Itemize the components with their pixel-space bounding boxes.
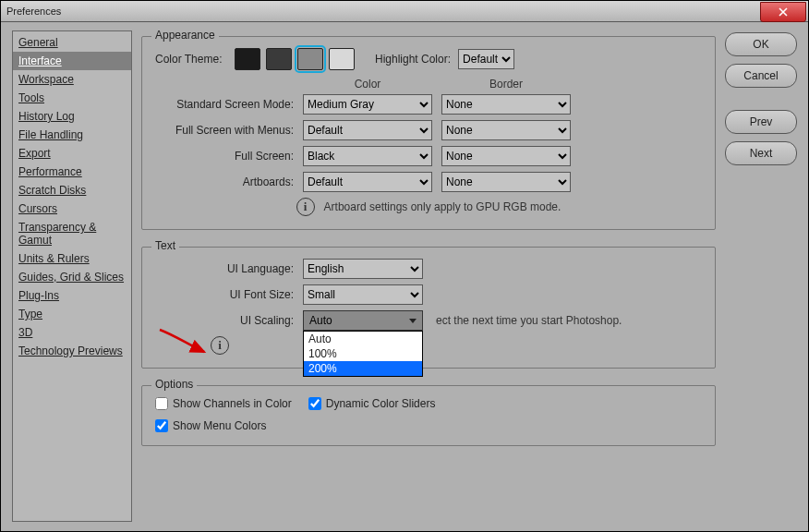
checkbox-label: Dynamic Color Sliders [326, 397, 436, 410]
ui-scaling-dropdown: Auto100%200% [303, 331, 423, 377]
option-show-channels-in-color[interactable]: Show Channels in Color [155, 397, 292, 410]
mode-color-select[interactable]: Default [303, 120, 432, 140]
sidebar-item-scratch-disks[interactable]: Scratch Disks [13, 181, 131, 200]
sidebar-item-tools[interactable]: Tools [13, 89, 131, 107]
window-title: Preferences [6, 6, 61, 17]
sidebar-item-workspace[interactable]: Workspace [13, 70, 131, 89]
title-bar: Preferences [1, 1, 808, 22]
sidebar-item-cursors[interactable]: Cursors [13, 200, 131, 218]
sidebar-item-export[interactable]: Export [13, 144, 131, 163]
mode-border-select[interactable]: None [441, 94, 571, 115]
mode-border-select[interactable]: None [441, 146, 571, 166]
mode-label: Standard Screen Mode: [155, 98, 294, 111]
column-border-header: Border [441, 78, 571, 91]
info-icon: i [296, 198, 315, 216]
sidebar-item-plug-ins[interactable]: Plug-Ins [13, 286, 131, 305]
option-dynamic-color-sliders[interactable]: Dynamic Color Sliders [308, 397, 436, 410]
text-row-label: UI Language: [155, 262, 294, 275]
column-color-header: Color [303, 78, 432, 91]
dialog-buttons: OK Cancel Prev Next [725, 30, 797, 522]
ui-scaling-value: Auto [309, 314, 332, 327]
mode-label: Artboards: [155, 175, 294, 188]
prev-button[interactable]: Prev [725, 110, 797, 134]
checkbox[interactable] [308, 397, 321, 410]
ui-scaling-select[interactable]: Auto [303, 310, 423, 331]
chevron-down-icon [409, 319, 417, 323]
sidebar-item-transparency-gamut[interactable]: Transparency & Gamut [13, 218, 131, 249]
text-legend: Text [151, 239, 179, 252]
artboard-note: Artboard settings only apply to GPU RGB … [324, 200, 561, 213]
text-row-select[interactable]: English [303, 259, 423, 279]
checkbox[interactable] [155, 397, 168, 410]
color-theme-swatches [235, 48, 355, 70]
settings-panel: Appearance Color Theme: Highlight Color:… [141, 30, 716, 522]
color-theme-swatch-0[interactable] [235, 48, 260, 70]
mode-row: Full Screen:BlackNone [155, 146, 702, 166]
appearance-legend: Appearance [151, 29, 219, 42]
ui-scaling-option[interactable]: 100% [304, 346, 422, 361]
dialog-body: GeneralInterfaceWorkspaceToolsHistory Lo… [1, 21, 808, 531]
text-row-select[interactable]: Small [303, 284, 423, 305]
mode-row: Artboards:DefaultNone [155, 172, 702, 192]
ui-scaling-option[interactable]: 200% [304, 361, 422, 376]
options-legend: Options [151, 378, 197, 391]
ui-scaling-option[interactable]: Auto [304, 332, 422, 346]
sidebar-item-history-log[interactable]: History Log [13, 107, 131, 126]
highlight-color-label: Highlight Color: [375, 53, 451, 66]
checkbox-label: Show Channels in Color [173, 397, 292, 410]
mode-row: Full Screen with Menus:DefaultNone [155, 120, 702, 140]
text-row: UI Language:English [155, 259, 702, 279]
sidebar-item-general[interactable]: General [13, 33, 131, 52]
mode-border-select[interactable]: None [441, 172, 571, 192]
mode-color-select[interactable]: Black [303, 146, 432, 166]
sidebar-item-interface[interactable]: Interface [13, 52, 131, 70]
mode-label: Full Screen with Menus: [155, 124, 294, 137]
mode-color-select[interactable]: Default [303, 172, 432, 192]
sidebar-item-performance[interactable]: Performance [13, 163, 131, 181]
mode-border-select[interactable]: None [441, 120, 571, 140]
mode-label: Full Screen: [155, 150, 294, 163]
restart-note: ect the next time you start Photoshop. [436, 314, 622, 327]
ok-button[interactable]: OK [725, 32, 797, 56]
text-row-label: UI Font Size: [155, 288, 294, 301]
close-icon [779, 7, 788, 17]
sidebar-item-type[interactable]: Type [13, 305, 131, 323]
cancel-button[interactable]: Cancel [725, 64, 797, 88]
sidebar-item-guides-grid-slices[interactable]: Guides, Grid & Slices [13, 268, 131, 286]
color-theme-swatch-3[interactable] [329, 48, 355, 70]
appearance-group: Appearance Color Theme: Highlight Color:… [141, 36, 716, 230]
sidebar-item-file-handling[interactable]: File Handling [13, 126, 131, 144]
close-button[interactable] [760, 2, 806, 22]
sidebar-item-technology-previews[interactable]: Technology Previews [13, 342, 131, 360]
mode-color-select[interactable]: Medium Gray [303, 94, 432, 115]
text-group: Text UI Language:EnglishUI Font Size:Sma… [141, 247, 716, 369]
options-group: Options Show Channels in ColorDynamic Co… [141, 385, 716, 446]
ui-scaling-label: UI Scaling: [155, 314, 294, 327]
text-row: UI Font Size:Small [155, 284, 702, 305]
color-theme-label: Color Theme: [155, 53, 227, 66]
highlight-color-select[interactable]: Default [458, 49, 514, 69]
category-sidebar: GeneralInterfaceWorkspaceToolsHistory Lo… [12, 30, 132, 522]
sidebar-item-3d[interactable]: 3D [13, 323, 131, 342]
color-theme-swatch-2[interactable] [297, 48, 323, 70]
checkbox-label: Show Menu Colors [173, 419, 266, 432]
info-icon: i [211, 336, 229, 355]
color-theme-swatch-1[interactable] [266, 48, 292, 70]
option-show-menu-colors[interactable]: Show Menu Colors [155, 419, 266, 432]
mode-row: Standard Screen Mode:Medium GrayNone [155, 94, 702, 115]
next-button[interactable]: Next [725, 141, 797, 165]
sidebar-item-units-rulers[interactable]: Units & Rulers [13, 249, 131, 268]
checkbox[interactable] [155, 419, 168, 432]
